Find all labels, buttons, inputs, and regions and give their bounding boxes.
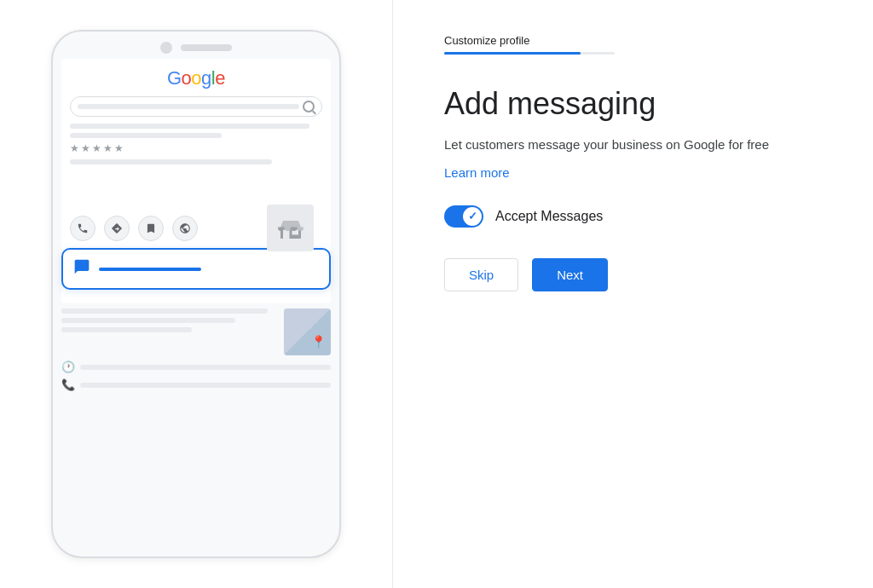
result-line-3: [70, 159, 272, 164]
phone-search-bar: [70, 96, 322, 117]
phone-speaker: [181, 44, 232, 51]
google-logo: Google: [70, 67, 322, 89]
star-1: ★: [70, 142, 79, 154]
location-line-3: [61, 327, 192, 332]
location-line-1: [61, 308, 268, 314]
star-4: ★: [103, 142, 113, 154]
phone-notch: [53, 32, 339, 59]
star-5: ★: [114, 142, 124, 154]
progress-bar-container: [444, 52, 615, 55]
action-buttons: Skip Next: [444, 258, 822, 291]
toggle-label: Accept Messages: [495, 209, 603, 224]
phone-icon: 📞: [61, 378, 75, 391]
save-action-circle: [138, 216, 164, 241]
star-2: ★: [81, 142, 90, 154]
phone-line: [80, 383, 331, 388]
svg-rect-1: [283, 229, 290, 239]
phone-number-row: 📞: [61, 378, 331, 391]
clock-icon: 🕐: [61, 360, 75, 373]
search-results-area: ★ ★ ★ ★ ★: [70, 124, 322, 209]
location-line-2: [61, 318, 235, 323]
phone-search-icon: [303, 101, 315, 112]
location-text-area: [61, 308, 279, 337]
phone-mockup-panel: Google ★ ★ ★ ★: [0, 0, 392, 588]
right-panel: Customize profile Add messaging Let cust…: [393, 0, 873, 588]
accept-messages-toggle[interactable]: ✓: [444, 205, 483, 228]
phone-screen: Google ★ ★ ★ ★: [61, 59, 331, 303]
toggle-checkmark-icon: ✓: [468, 210, 477, 222]
hours-line: [80, 365, 331, 370]
learn-more-link[interactable]: Learn more: [444, 165, 822, 180]
result-line-2: [70, 133, 222, 138]
toggle-knob: ✓: [463, 207, 482, 226]
accept-messages-toggle-row: ✓ Accept Messages: [444, 205, 822, 228]
store-image: [267, 205, 314, 251]
map-diagonal-bg: [284, 308, 331, 355]
stars-row: ★ ★ ★ ★ ★: [70, 142, 322, 154]
directions-action-circle: [104, 216, 130, 241]
progress-bar-fill: [444, 52, 581, 55]
phone-search-input: [78, 104, 299, 109]
call-action-circle: [70, 216, 95, 241]
result-line-1: [70, 124, 309, 129]
location-row: 📍: [61, 308, 331, 355]
web-action-circle: [172, 216, 198, 241]
star-3: ★: [92, 142, 101, 154]
page-title: Add messaging: [444, 85, 822, 122]
step-label: Customize profile: [444, 34, 822, 47]
skip-button[interactable]: Skip: [444, 258, 518, 291]
message-card-icon: [73, 258, 90, 280]
map-pin-icon: 📍: [311, 335, 326, 349]
message-card-text-line: [99, 268, 201, 271]
map-thumbnail: 📍: [284, 308, 331, 355]
step-header: Customize profile: [444, 34, 822, 85]
clock-row: 🕐: [61, 360, 331, 373]
next-button[interactable]: Next: [532, 258, 608, 291]
description-text: Let customers message your business on G…: [444, 135, 822, 155]
phone-camera: [160, 42, 172, 54]
phone-device: Google ★ ★ ★ ★: [51, 30, 341, 558]
phone-lower-content: 📍 🕐 📞: [53, 303, 339, 396]
message-card: [61, 248, 331, 290]
